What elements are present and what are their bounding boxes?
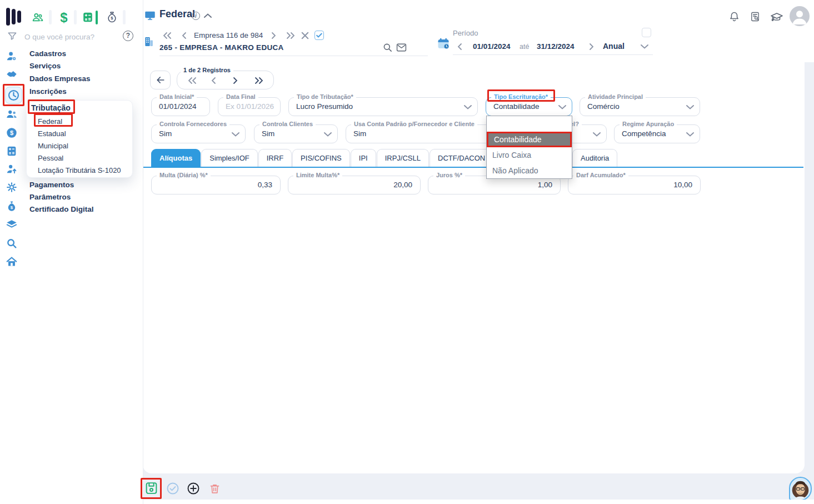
person-settings-icon[interactable] xyxy=(6,50,18,62)
multa-diaria-field[interactable]: Multa (Diária) %* 0,33 xyxy=(151,176,281,194)
audit-log-icon[interactable] xyxy=(750,11,761,23)
page-title: Federal xyxy=(159,8,195,20)
finance-module-icon[interactable]: $ xyxy=(58,10,70,22)
avatar[interactable] xyxy=(790,6,810,26)
limite-multa-field[interactable]: Limite Multa%* 20,00 xyxy=(288,176,421,194)
mail-icon[interactable] xyxy=(396,43,407,52)
submenu-item-estadual[interactable]: Estadual xyxy=(38,128,66,139)
period-start-date[interactable]: 01/01/2024 xyxy=(473,42,511,51)
field-label: Atividade Principal xyxy=(585,93,646,100)
field-label: Juros %* xyxy=(433,172,465,178)
person-up-icon[interactable] xyxy=(6,163,18,175)
layers-icon[interactable] xyxy=(6,218,18,231)
dropdown-option-contabilidade[interactable]: Contabilidade xyxy=(487,132,572,147)
sidebar-item-pagamentos[interactable]: Pagamentos xyxy=(29,179,74,191)
company-filter-checkbox[interactable] xyxy=(314,31,324,40)
chevron-down-icon xyxy=(231,130,240,139)
users-module-icon[interactable] xyxy=(32,11,44,23)
tipo-escrituracao-select[interactable]: Tipo Escrituração* Contabilidade xyxy=(486,97,572,116)
chevron-up-icon[interactable] xyxy=(203,12,212,19)
submenu-item-federal[interactable]: Federal xyxy=(38,116,62,127)
search-input[interactable] xyxy=(24,30,113,43)
calculator-icon[interactable] xyxy=(6,145,18,157)
data-final-field[interactable]: Data Final Ex 01/01/2026 xyxy=(218,97,281,116)
moneybag-icon[interactable]: $ xyxy=(6,200,18,212)
submenu-item-municipal[interactable]: Municipal xyxy=(38,140,68,152)
chevron-down-icon[interactable] xyxy=(640,43,650,50)
submenu-item-pessoal[interactable]: Pessoal xyxy=(38,152,63,164)
submenu-item-lotacao-tributaria[interactable]: Lotação Tributária S-1020 xyxy=(38,164,121,176)
period-mode[interactable]: Anual xyxy=(603,42,625,51)
field-label: Tipo Escrituração* xyxy=(491,93,551,100)
search-icon[interactable] xyxy=(6,237,18,249)
divider xyxy=(74,10,77,24)
pager-next-icon[interactable] xyxy=(233,77,238,84)
controla-fornecedores-select[interactable]: Controla Fornecedores Sim xyxy=(151,124,246,143)
pager-first-icon[interactable] xyxy=(187,77,197,84)
data-inicial-field[interactable]: Data Inicial* 01/01/2024 xyxy=(151,97,210,116)
app-logo xyxy=(6,7,23,27)
first-record-icon[interactable] xyxy=(162,32,172,39)
tab-simples-iof[interactable]: Simples/IOF xyxy=(201,149,258,167)
bell-icon[interactable] xyxy=(728,11,740,23)
field-label: Limite Multa%* xyxy=(293,172,342,178)
tab-dctf-dacon[interactable]: DCTF/DACON xyxy=(430,149,493,167)
period-prev-icon[interactable] xyxy=(457,43,462,51)
dropdown-option-nao-aplicado[interactable]: Não Aplicado xyxy=(487,163,572,178)
building-icon xyxy=(143,35,154,48)
pager-prev-icon[interactable] xyxy=(211,77,216,84)
sidebar-item-dados-empresas[interactable]: Dados Empresas xyxy=(29,73,91,85)
add-button[interactable] xyxy=(187,482,200,495)
tab-ipi[interactable]: IPI xyxy=(351,149,376,167)
confirm-button[interactable] xyxy=(166,482,179,495)
controla-clientes-select[interactable]: Controla Clientes Sim xyxy=(254,124,338,143)
atividade-principal-select[interactable]: Atividade Principal Comércio xyxy=(580,97,700,116)
dropdown-option-livro-caixa[interactable]: Livro Caixa xyxy=(487,147,572,163)
field-value: Comércio xyxy=(587,102,620,111)
sidebar-item-servicos[interactable]: Serviços xyxy=(29,60,61,72)
filter-icon[interactable] xyxy=(7,31,18,42)
delete-button[interactable] xyxy=(209,482,221,495)
period-end-date[interactable]: 31/12/2024 xyxy=(537,42,575,51)
tipo-tributacao-select[interactable]: Tipo de Tributação* Lucro Presumido xyxy=(288,97,478,116)
home-icon[interactable] xyxy=(6,256,18,268)
users-icon[interactable] xyxy=(6,108,18,120)
help-icon[interactable]: ? xyxy=(123,31,133,41)
regime-apuracao-select[interactable]: Regime Apuração Competência xyxy=(614,124,700,143)
support-chat-avatar[interactable] xyxy=(789,477,812,501)
gear-icon[interactable] xyxy=(6,181,18,193)
info-icon[interactable]: i xyxy=(192,12,200,20)
close-icon[interactable] xyxy=(301,32,309,39)
tab-aliquotas[interactable]: Alíquotas xyxy=(151,149,201,167)
records-pager-label: 1 de 2 Registros xyxy=(181,67,233,73)
darf-acumulado-field[interactable]: Darf Acumulado* 10,00 xyxy=(568,176,701,194)
sidebar-item-parametros[interactable]: Parâmetros xyxy=(29,191,71,203)
taxation-clock-icon[interactable] xyxy=(5,87,22,104)
last-record-icon[interactable] xyxy=(286,32,296,39)
pager-last-icon[interactable] xyxy=(254,77,264,84)
sidebar-item-inscricoes[interactable]: Inscrições xyxy=(29,86,67,98)
next-record-icon[interactable] xyxy=(271,32,277,39)
dropdown-option-blank[interactable] xyxy=(487,116,572,132)
tab-irpj-csll[interactable]: IRPJ/CSLL xyxy=(377,149,429,167)
submenu-item-tributacao[interactable]: Tributação xyxy=(31,102,71,114)
period-checkbox[interactable] xyxy=(642,28,651,37)
sidebar-item-cadastros[interactable]: Cadastros xyxy=(29,48,66,60)
tab-pis-cofins[interactable]: PIS/COFINS xyxy=(292,149,350,167)
graduation-cap-icon[interactable] xyxy=(770,12,783,23)
tab-auditoria[interactable]: Auditoria xyxy=(572,149,617,167)
company-name: 265 - EMPRESA - MAKRO EDUCA xyxy=(159,43,284,52)
period-next-icon[interactable] xyxy=(589,43,595,51)
field-value: 20,00 xyxy=(393,181,412,189)
dollar-circle-icon[interactable]: $ xyxy=(6,127,18,139)
company-search-icon[interactable] xyxy=(382,42,393,53)
save-button[interactable] xyxy=(144,481,158,495)
field-value: 0,33 xyxy=(258,181,272,189)
back-button[interactable] xyxy=(150,71,171,89)
prev-record-icon[interactable] xyxy=(181,32,187,39)
moneybag-module-icon[interactable]: $ xyxy=(106,11,118,23)
sidebar-item-certificado-digital[interactable]: Certificado Digital xyxy=(29,203,94,216)
tab-irrf[interactable]: IRRF xyxy=(258,149,292,167)
accounting-module-icon[interactable] xyxy=(82,11,94,23)
handshake-icon[interactable] xyxy=(6,68,18,81)
